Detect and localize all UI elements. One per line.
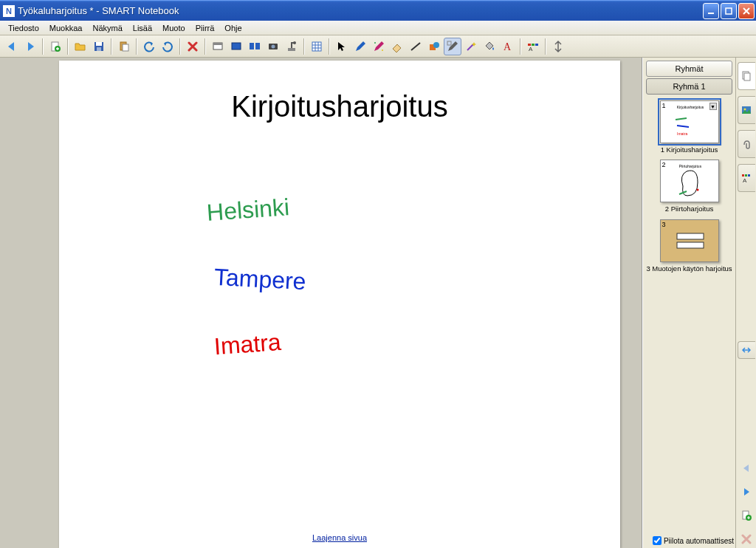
tab-gallery[interactable] xyxy=(738,96,755,124)
thumb-2-block: 2 Piirtoharjoitus 2 Piirtoharjoitus xyxy=(646,160,732,213)
autohide-check-input[interactable] xyxy=(653,536,662,545)
thumb-3-preview xyxy=(661,220,720,263)
menu-ohje[interactable]: Ohje xyxy=(219,22,247,34)
next-page-button[interactable] xyxy=(21,38,39,55)
text-helsinki[interactable]: Helsinki xyxy=(206,193,290,227)
save-button[interactable] xyxy=(90,38,108,55)
prev-page-arrow-icon[interactable] xyxy=(738,459,755,477)
fill-button[interactable] xyxy=(481,38,498,55)
svg-rect-11 xyxy=(232,43,241,49)
minimize-button[interactable] xyxy=(703,3,719,19)
thumbnail-1[interactable]: 1 Kirjoitusharjoitus Imatra ▼ xyxy=(660,100,719,143)
menu-piirra[interactable]: Piirrä xyxy=(190,22,220,34)
svg-rect-6 xyxy=(97,47,101,51)
page-heading[interactable]: Kirjoitusharjoitus xyxy=(231,90,447,123)
next-page-arrow-icon[interactable] xyxy=(738,483,755,501)
groups-button[interactable]: Ryhmät xyxy=(646,61,732,77)
svg-rect-5 xyxy=(96,42,102,46)
magic-pen-button[interactable] xyxy=(462,38,480,55)
redo-button[interactable] xyxy=(159,38,176,55)
page-sorter-panel: Ryhmät Ryhmä 1 1 Kirjoitusharjoitus Imat… xyxy=(642,58,735,548)
open-button[interactable] xyxy=(72,38,89,55)
delete-page-side-icon[interactable] xyxy=(738,530,755,548)
undo-button[interactable] xyxy=(140,38,158,55)
screen-shade-button[interactable] xyxy=(209,38,227,55)
dual-page-button[interactable] xyxy=(246,38,264,55)
menu-muoto[interactable]: Muoto xyxy=(157,22,190,34)
svg-text:A: A xyxy=(529,46,533,52)
thumb-3-block: 3 3 Muotojen käytön harjoitus xyxy=(646,219,732,273)
svg-rect-41 xyxy=(748,174,750,177)
text-tampere[interactable]: Tampere xyxy=(213,264,306,295)
svg-rect-34 xyxy=(677,242,704,248)
svg-rect-39 xyxy=(742,174,744,177)
creative-pen-button[interactable] xyxy=(370,38,388,55)
fullscreen-button[interactable] xyxy=(227,38,245,55)
svg-rect-27 xyxy=(535,44,538,46)
autohide-arrow-icon[interactable] xyxy=(738,341,755,359)
prev-page-button[interactable] xyxy=(3,38,21,55)
shapes-button[interactable] xyxy=(425,38,443,55)
pen-button[interactable] xyxy=(351,38,369,55)
eraser-button[interactable] xyxy=(388,38,406,55)
svg-rect-8 xyxy=(123,44,128,51)
canvas-container[interactable]: Kirjoitusharjoitus Helsinki Tampere Imat… xyxy=(0,58,642,548)
delete-button[interactable] xyxy=(184,38,202,55)
thumbnail-3[interactable]: 3 xyxy=(660,219,719,262)
svg-rect-16 xyxy=(288,48,295,51)
thumb-1-block: 1 Kirjoitusharjoitus Imatra ▼ 1 Kirjoitu… xyxy=(646,100,732,154)
document-camera-button[interactable] xyxy=(283,38,300,55)
menu-muokkaa[interactable]: Muokkaa xyxy=(44,22,88,34)
svg-rect-33 xyxy=(677,233,704,239)
svg-rect-36 xyxy=(744,73,750,81)
add-page-side-icon[interactable] xyxy=(738,507,755,524)
thumb-1-label: 1 Kirjoitusharjoitus xyxy=(661,146,718,154)
page[interactable]: Kirjoitusharjoitus Helsinki Tampere Imat… xyxy=(59,61,620,548)
table-button[interactable] xyxy=(308,38,326,55)
svg-rect-10 xyxy=(213,43,222,45)
svg-point-17 xyxy=(293,41,296,44)
move-toolbar-button[interactable] xyxy=(549,38,567,55)
svg-point-20 xyxy=(382,49,383,51)
titlebar: N Työkaluharjoitus * - SMART Notebook xyxy=(0,0,756,21)
maximize-button[interactable] xyxy=(721,3,737,19)
thumb-2-label: 2 Piirtoharjoitus xyxy=(665,205,713,213)
svg-text:Kirjoitusharjoitus: Kirjoitusharjoitus xyxy=(676,105,704,109)
text-imatra[interactable]: Imatra xyxy=(213,329,282,360)
svg-text:A: A xyxy=(743,177,747,184)
right-tabs: A xyxy=(735,58,756,548)
menu-lisaa[interactable]: Lisää xyxy=(128,22,157,34)
thumb-menu-icon[interactable]: ▼ xyxy=(709,103,717,110)
capture-button[interactable] xyxy=(264,38,282,55)
svg-point-15 xyxy=(272,44,275,48)
tab-page-sorter[interactable] xyxy=(738,62,755,90)
menu-tiedosto[interactable]: Tiedosto xyxy=(3,22,44,34)
paste-button[interactable] xyxy=(115,38,133,55)
svg-rect-18 xyxy=(312,42,321,51)
svg-point-22 xyxy=(433,42,439,48)
svg-point-32 xyxy=(696,189,698,191)
extend-page-link[interactable]: Laajenna sivua xyxy=(312,533,367,542)
shape-pen-button[interactable] xyxy=(444,38,461,55)
properties-button[interactable]: A xyxy=(524,38,542,55)
group1-button[interactable]: Ryhmä 1 xyxy=(646,78,732,95)
text-button[interactable]: A xyxy=(499,38,517,55)
workarea: Kirjoitusharjoitus Helsinki Tampere Imat… xyxy=(0,58,756,548)
add-page-button[interactable] xyxy=(47,38,64,55)
line-button[interactable] xyxy=(407,38,425,55)
svg-rect-12 xyxy=(250,43,254,49)
thumb-3-label: 3 Muotojen käytön harjoitus xyxy=(646,265,732,273)
thumb-2-preview: Piirtoharjoitus xyxy=(661,160,720,203)
tab-properties[interactable]: A xyxy=(738,164,755,192)
tab-attachments[interactable] xyxy=(738,130,755,158)
thumbnail-2[interactable]: 2 Piirtoharjoitus xyxy=(660,160,719,202)
menu-nakyma[interactable]: Näkymä xyxy=(87,22,127,34)
svg-rect-13 xyxy=(255,43,260,49)
window-title: Työkaluharjoitus * - SMART Notebook xyxy=(18,5,703,16)
app-icon: N xyxy=(3,5,15,17)
close-button[interactable] xyxy=(738,3,755,19)
svg-text:A: A xyxy=(504,41,512,52)
svg-rect-40 xyxy=(745,174,747,177)
select-button[interactable] xyxy=(333,38,351,55)
autohide-checkbox[interactable]: Piilota automaattisest xyxy=(653,536,734,545)
